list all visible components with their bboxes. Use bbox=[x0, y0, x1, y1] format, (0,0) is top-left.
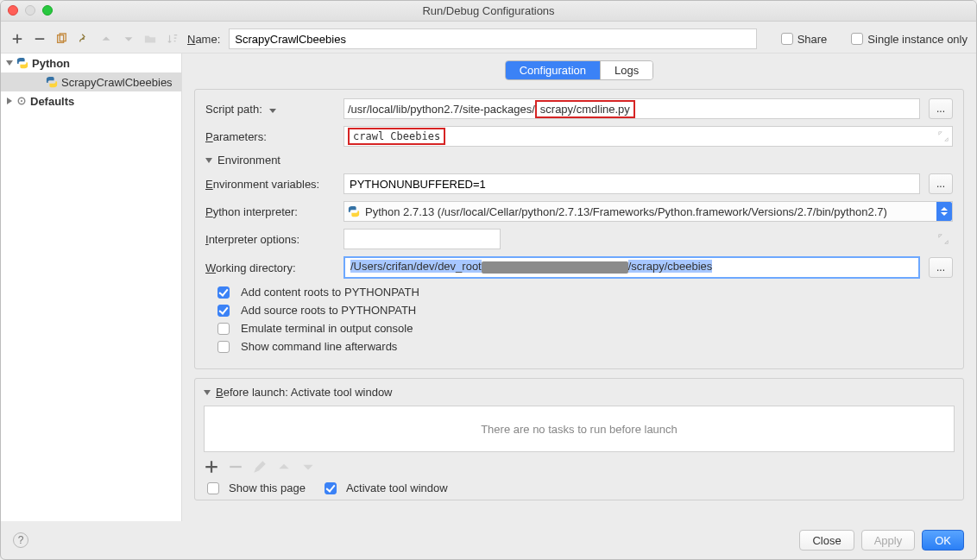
folder-icon[interactable] bbox=[143, 31, 159, 47]
env-vars-input[interactable] bbox=[344, 173, 920, 194]
before-launch-header[interactable]: Before launch: Activate tool window bbox=[204, 386, 955, 399]
gear-icon bbox=[16, 96, 27, 106]
activate-tool-window-checkbox[interactable]: Activate tool window bbox=[325, 481, 448, 494]
tree-label: Python bbox=[32, 57, 70, 70]
close-button[interactable]: Close bbox=[799, 530, 854, 551]
python-icon bbox=[348, 205, 360, 217]
collapse-icon[interactable] bbox=[205, 158, 212, 163]
expand-icon[interactable] bbox=[7, 98, 12, 104]
tree-node-python[interactable]: Python bbox=[1, 53, 181, 72]
name-input[interactable] bbox=[229, 28, 756, 49]
env-vars-label: Environment variables: bbox=[205, 178, 335, 191]
config-panel: Script path: /usr/local/lib/python2.7/si… bbox=[194, 89, 964, 369]
show-page-checkbox[interactable]: Show this page bbox=[207, 481, 306, 494]
python-icon bbox=[46, 76, 58, 88]
save-config-icon[interactable] bbox=[76, 31, 91, 47]
environment-section-header[interactable]: Environment bbox=[205, 154, 953, 167]
updown-icon[interactable] bbox=[936, 202, 952, 221]
bottom-bar: ? Close Apply OK bbox=[1, 521, 976, 559]
interp-value: Python 2.7.13 (/usr/local/Cellar/python/… bbox=[365, 205, 887, 218]
copy-config-icon[interactable] bbox=[54, 31, 70, 47]
add-task-icon[interactable] bbox=[204, 459, 219, 475]
browse-button[interactable]: ... bbox=[929, 257, 953, 278]
expand-icon[interactable] bbox=[937, 233, 949, 245]
redacted-segment bbox=[482, 261, 628, 274]
move-down-icon bbox=[121, 31, 136, 47]
tab-switcher: Configuration Logs bbox=[194, 60, 964, 80]
working-dir-label: Working directory: bbox=[205, 261, 335, 274]
tree-label: ScrapyCrawlCbeebies bbox=[61, 76, 173, 89]
sort-icon[interactable] bbox=[165, 31, 180, 47]
single-instance-checkbox[interactable]: Single instance only bbox=[851, 33, 968, 46]
titlebar: Run/Debug Configurations bbox=[1, 1, 976, 22]
browse-button[interactable]: ... bbox=[929, 98, 953, 119]
window-title: Run/Debug Configurations bbox=[422, 4, 554, 17]
parameters-highlight: crawl Cbeebies bbox=[348, 128, 445, 145]
tree-label: Defaults bbox=[30, 95, 74, 108]
move-down-icon bbox=[300, 459, 316, 475]
move-up-icon bbox=[98, 31, 114, 47]
source-roots-checkbox[interactable]: Add source roots to PYTHONPATH bbox=[217, 304, 953, 317]
zoom-window-icon[interactable] bbox=[42, 5, 53, 16]
content-area: Configuration Logs Script path: /usr/loc… bbox=[182, 53, 976, 521]
script-path-highlight: scrapy/cmdline.py bbox=[535, 100, 635, 118]
tree-node-defaults[interactable]: Defaults bbox=[1, 91, 181, 110]
interp-label: Python interpreter: bbox=[205, 205, 335, 218]
apply-button: Apply bbox=[861, 530, 916, 551]
share-checkbox[interactable]: Share bbox=[781, 33, 828, 46]
name-label: Name: bbox=[187, 33, 220, 46]
remove-config-icon[interactable] bbox=[32, 31, 47, 47]
working-dir-prefix: /Users/crifan/dev/dev_root bbox=[350, 260, 482, 273]
add-config-icon[interactable] bbox=[9, 31, 25, 47]
collapse-icon[interactable] bbox=[204, 390, 211, 395]
tab-configuration[interactable]: Configuration bbox=[506, 61, 600, 79]
script-path-value-prefix: /usr/local/lib/python2.7/site-packages/ bbox=[348, 103, 535, 116]
help-button[interactable]: ? bbox=[13, 532, 28, 548]
dialog-window: Run/Debug Configurations Name: Share Sin… bbox=[0, 0, 977, 560]
expand-icon[interactable] bbox=[6, 60, 13, 66]
emulate-terminal-checkbox[interactable]: Emulate terminal in output console bbox=[217, 322, 953, 335]
browse-button[interactable]: ... bbox=[929, 173, 953, 194]
parameters-label: Parameters: bbox=[205, 130, 335, 143]
edit-task-icon bbox=[252, 459, 268, 475]
config-tree[interactable]: Python ScrapyCrawlCbeebies Defaults bbox=[1, 53, 182, 521]
before-launch-panel: Before launch: Activate tool window Ther… bbox=[194, 378, 964, 500]
script-path-label: Script path: bbox=[205, 103, 335, 116]
window-controls bbox=[8, 5, 53, 16]
tree-node-scrapycrawlcbeebies[interactable]: ScrapyCrawlCbeebies bbox=[1, 72, 181, 91]
svg-point-3 bbox=[21, 100, 22, 102]
working-dir-suffix: /scrapy/cbeebies bbox=[628, 260, 713, 273]
script-path-input[interactable]: /usr/local/lib/python2.7/site-packages/s… bbox=[344, 98, 920, 119]
expand-icon[interactable] bbox=[937, 130, 949, 142]
interp-opts-label: Interpreter options: bbox=[205, 233, 335, 246]
before-launch-list: There are no tasks to run before launch bbox=[204, 406, 955, 452]
chevron-down-icon[interactable] bbox=[269, 109, 276, 113]
tab-logs[interactable]: Logs bbox=[600, 61, 652, 79]
interp-opts-input[interactable] bbox=[344, 229, 501, 249]
python-icon bbox=[16, 57, 28, 69]
close-window-icon[interactable] bbox=[8, 5, 18, 16]
content-roots-checkbox[interactable]: Add content roots to PYTHONPATH bbox=[217, 286, 953, 299]
show-cmd-checkbox[interactable]: Show command line afterwards bbox=[217, 340, 953, 353]
config-toolbar bbox=[9, 31, 180, 47]
parameters-input[interactable]: crawl Cbeebies bbox=[344, 126, 953, 147]
ok-button[interactable]: OK bbox=[922, 530, 964, 551]
move-up-icon bbox=[276, 459, 292, 475]
before-launch-toolbar bbox=[204, 459, 955, 475]
working-dir-input[interactable]: /Users/crifan/dev/dev_root/scrapy/cbeebi… bbox=[344, 256, 920, 279]
python-interpreter-select[interactable]: Python 2.7.13 (/usr/local/Cellar/python/… bbox=[344, 201, 953, 222]
remove-task-icon bbox=[228, 459, 243, 475]
minimize-window-icon bbox=[25, 5, 35, 16]
